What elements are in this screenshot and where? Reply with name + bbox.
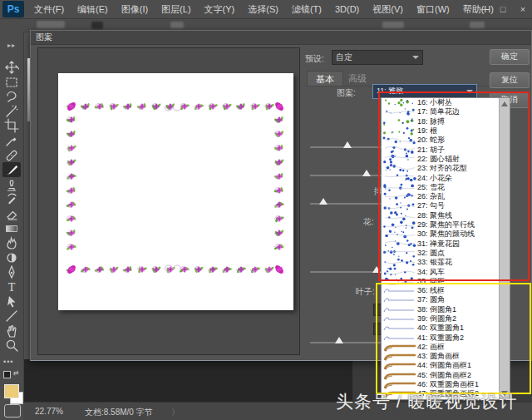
menu-item-0[interactable]: 文件(F) — [27, 0, 71, 18]
zoom-tool[interactable] — [2, 338, 21, 353]
slider-knob[interactable] — [319, 198, 328, 205]
menu-item-5[interactable]: 选择(S) — [241, 0, 285, 18]
svg-text:T: T — [8, 281, 16, 294]
marquee-tool[interactable] — [2, 75, 21, 90]
move-tool[interactable] — [2, 60, 21, 75]
document-canvas — [58, 73, 293, 310]
path-select-tool[interactable] — [2, 294, 21, 309]
menu-bar: Ps 文件(F)编辑(E)图像(I)图层(L)文字(Y)选择(S)滤镜(T)3D… — [0, 0, 532, 19]
magic-wand-tool[interactable] — [2, 104, 21, 119]
menu-item-1[interactable]: 编辑(E) — [71, 0, 115, 18]
yellow-annotation-box — [376, 283, 531, 394]
screen-mode-icon[interactable] — [4, 404, 21, 418]
preview-panel — [37, 47, 300, 355]
blurred-option-icon — [37, 21, 65, 28]
dodge-tool[interactable] — [2, 250, 21, 265]
clone-stamp-tool[interactable] — [2, 177, 21, 192]
window-controls: −□× — [477, 0, 529, 18]
maximize-icon[interactable]: □ — [497, 0, 509, 18]
smudge-tool[interactable] — [2, 235, 21, 250]
flower-label: 花: — [363, 216, 374, 228]
floral-border-artwork — [58, 73, 293, 310]
close-icon[interactable]: × — [517, 0, 529, 18]
eraser-tool[interactable] — [2, 206, 21, 221]
blurred-option-icon — [470, 22, 485, 28]
menu-item-9[interactable]: 窗口(W) — [410, 0, 456, 18]
menu-item-2[interactable]: 图像(I) — [115, 0, 155, 18]
minimize-icon[interactable]: − — [477, 0, 489, 18]
pasteboard — [23, 359, 352, 402]
slider-knob[interactable] — [335, 337, 343, 343]
status-chevron-icon[interactable]: 〉 — [171, 407, 180, 418]
blurred-option-icon — [382, 22, 404, 28]
toolbar: ▸▸ T ••• ⇄ — [0, 32, 24, 420]
foreground-color-swatch[interactable] — [4, 384, 19, 398]
type-tool[interactable]: T — [2, 279, 21, 294]
pattern-label: 图案: — [337, 87, 356, 99]
slider-knob[interactable] — [343, 141, 352, 148]
eyedropper-tool[interactable] — [2, 133, 21, 148]
preset-select[interactable]: 自定 — [332, 50, 423, 65]
menu-item-6[interactable]: 滤镜(T) — [285, 0, 328, 18]
brush-tool[interactable] — [2, 162, 21, 177]
healing-brush-tool[interactable] — [2, 148, 21, 163]
line-tool[interactable] — [2, 309, 21, 324]
dialog-title: 图案 — [31, 31, 531, 45]
watermark: 头条号 / 暖暖视觉设计 — [336, 390, 518, 413]
blurred-option-icon — [91, 22, 103, 29]
edit-toolbar-icon[interactable]: ••• — [3, 358, 13, 366]
default-colors-icon[interactable] — [3, 371, 11, 378]
collapse-toolbar-icon[interactable]: ▸▸ — [0, 42, 23, 49]
hand-tool[interactable] — [2, 324, 21, 338]
menu-item-3[interactable]: 图层(L) — [155, 0, 197, 18]
leaf-label: 叶子: — [356, 286, 375, 298]
menu-item-7[interactable]: 3D(D) — [328, 0, 366, 18]
menu-item-4[interactable]: 文字(Y) — [198, 0, 242, 18]
slider-knob[interactable] — [362, 170, 371, 176]
pen-tool[interactable] — [2, 264, 21, 279]
gradient-tool[interactable] — [2, 221, 21, 236]
preset-label: 预设: — [305, 53, 324, 65]
blurred-option-icon — [170, 22, 184, 28]
ok-button[interactable]: 确定 — [490, 49, 530, 65]
red-annotation-box — [378, 91, 530, 281]
zoom-level[interactable]: 22.77% — [35, 407, 63, 416]
photoshop-logo: Ps — [2, 1, 24, 17]
document-info: 文档:8.58M/0 字节 — [85, 407, 153, 418]
lasso-tool[interactable] — [2, 89, 21, 104]
tab-advanced[interactable]: 高级 — [340, 71, 375, 86]
reset-button[interactable]: 复位 — [490, 72, 530, 88]
swap-colors-icon[interactable]: ⇄ — [13, 369, 19, 377]
chevron-down-icon — [412, 56, 419, 59]
tab-basic[interactable]: 基本 — [307, 71, 343, 86]
crop-tool[interactable] — [2, 118, 21, 133]
history-brush-tool[interactable] — [2, 191, 21, 206]
menu-item-8[interactable]: 视图(V) — [366, 0, 410, 18]
